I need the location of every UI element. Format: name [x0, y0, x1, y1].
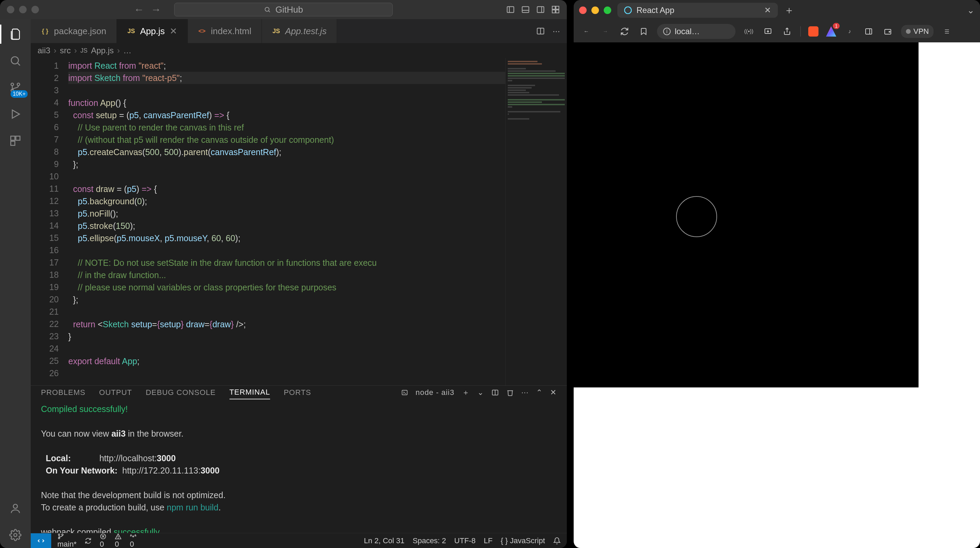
kill-terminal-icon[interactable] — [506, 389, 514, 396]
status-left: main* 0 0 0 — [51, 533, 143, 548]
status-spaces[interactable]: Spaces: 2 — [412, 536, 446, 545]
activity-source-control[interactable]: 10K+ — [7, 79, 24, 96]
status-errors[interactable]: 0 — [100, 533, 107, 548]
terminal-task-label[interactable]: node - aii3 — [415, 388, 455, 397]
media-icon[interactable]: ♪ — [844, 25, 855, 37]
status-branch[interactable]: main* — [57, 533, 76, 548]
traffic-close[interactable] — [7, 6, 14, 13]
hamburger-menu-icon[interactable]: ☰ — [941, 25, 953, 37]
minimap[interactable] — [505, 58, 567, 386]
brave-shields-icon[interactable] — [808, 26, 818, 37]
tab-label: package.json — [54, 26, 106, 37]
brave-rewards-icon[interactable]: 1 — [826, 26, 836, 37]
svg-point-22 — [14, 534, 17, 537]
nav-forward-icon[interactable]: → — [151, 4, 161, 15]
code-content[interactable]: import React from "react";import Sketch … — [68, 58, 567, 386]
panel-tab-problems[interactable]: PROBLEMS — [41, 386, 85, 399]
panel-tab-terminal[interactable]: TERMINAL — [229, 386, 270, 399]
activity-run-debug[interactable] — [7, 106, 24, 122]
activity-extensions[interactable] — [7, 132, 24, 149]
install-app-icon[interactable] — [762, 25, 774, 37]
svg-rect-10 — [552, 10, 555, 13]
remote-indicator[interactable] — [31, 533, 51, 548]
notifications-icon[interactable] — [553, 537, 561, 545]
layout-sidebar-right-icon[interactable] — [536, 5, 545, 14]
editor-tab[interactable]: <>index.html — [188, 19, 262, 43]
activity-explorer[interactable] — [7, 26, 24, 42]
site-info-icon[interactable]: i — [663, 28, 671, 35]
bookmark-icon[interactable] — [638, 25, 649, 37]
activity-search[interactable] — [7, 53, 24, 69]
url-bar[interactable]: i local… — [657, 24, 735, 39]
status-ports[interactable]: 0 — [130, 533, 137, 548]
traffic-max[interactable] — [32, 6, 39, 13]
breadcrumb-segment[interactable]: src — [60, 46, 71, 55]
status-warnings[interactable]: 0 — [115, 533, 122, 548]
panel-tab-debug-console[interactable]: DEBUG CONSOLE — [146, 386, 216, 399]
js-file-icon: JS — [272, 27, 280, 35]
layout-panel-bottom-icon[interactable] — [521, 5, 530, 14]
panel-more-icon[interactable]: ··· — [522, 388, 528, 397]
status-cursor[interactable]: Ln 2, Col 31 — [364, 536, 405, 545]
traffic-close[interactable] — [579, 6, 587, 14]
editor-tab[interactable]: JSApp.test.js — [262, 19, 337, 43]
traffic-max[interactable] — [604, 6, 611, 14]
svg-rect-19 — [16, 136, 20, 140]
react-icon — [624, 6, 632, 14]
breadcrumb-segment[interactable]: … — [123, 46, 132, 55]
svg-point-31 — [62, 534, 63, 535]
new-tab-button[interactable]: ＋ — [784, 3, 794, 18]
p5-canvas[interactable] — [574, 42, 918, 387]
status-right: Ln 2, Col 31 Spaces: 2 UTF-8 LF { } Java… — [358, 536, 567, 545]
activity-settings[interactable] — [7, 527, 24, 543]
status-eol[interactable]: LF — [484, 536, 493, 545]
split-terminal-icon[interactable] — [492, 389, 499, 396]
reload-icon[interactable] — [619, 25, 630, 37]
close-tab-icon[interactable]: ✕ — [764, 5, 771, 15]
live-reload-icon[interactable]: ((•)) — [743, 25, 755, 37]
terminal-dropdown-icon[interactable]: ⌄ — [477, 388, 484, 397]
sync-icon[interactable] — [85, 537, 92, 544]
layout-sidebar-left-icon[interactable] — [506, 5, 515, 14]
share-icon[interactable] — [781, 25, 793, 37]
editor-tab[interactable]: { }package.json — [31, 19, 117, 43]
activity-accounts[interactable] — [7, 500, 24, 516]
status-encoding[interactable]: UTF-8 — [454, 536, 475, 545]
traffic-min[interactable] — [592, 6, 599, 14]
editor-tab[interactable]: JSApp.js✕ — [117, 19, 188, 43]
status-lang[interactable]: { } JavaScript — [501, 536, 545, 545]
svg-point-16 — [17, 83, 20, 86]
files-icon — [9, 28, 22, 40]
browser-tab[interactable]: React App ✕ — [617, 3, 778, 18]
wallet-icon[interactable] — [882, 25, 894, 37]
breadcrumb-segment[interactable]: App.js — [91, 46, 114, 55]
breadcrumb-segment[interactable]: aii3 — [38, 46, 50, 55]
vpn-button[interactable]: VPN — [901, 25, 934, 38]
nav-back-icon[interactable]: ← — [134, 4, 144, 15]
panel-tab-output[interactable]: OUTPUT — [99, 386, 132, 399]
traffic-min[interactable] — [19, 6, 27, 13]
nav-back-icon[interactable]: ← — [581, 25, 592, 37]
command-center[interactable]: GitHub — [174, 3, 393, 16]
panel-actions: node - aii3 ＋ ⌄ ··· ⌃ ✕ — [401, 387, 557, 398]
layout-customize-icon[interactable] — [551, 5, 560, 14]
nav-forward-icon[interactable]: → — [600, 25, 611, 37]
toolbar-divider — [800, 26, 801, 37]
editor-area[interactable]: 1234567891011121314151617181920212223242… — [31, 58, 567, 386]
svg-line-1 — [268, 11, 270, 12]
bottom-panel: PROBLEMSOUTPUTDEBUG CONSOLETERMINALPORTS… — [31, 386, 567, 533]
panel-tab-ports[interactable]: PORTS — [284, 386, 311, 399]
breadcrumb[interactable]: aii3›src›JSApp.js›… — [31, 43, 567, 58]
close-panel-icon[interactable]: ✕ — [550, 388, 557, 397]
editor-tabs: { }package.jsonJSApp.js✕<>index.htmlJSAp… — [31, 19, 567, 43]
maximize-panel-icon[interactable]: ⌃ — [536, 388, 542, 397]
terminal-output[interactable]: Compiled successfully! You can now view … — [31, 399, 567, 548]
sidebar-icon[interactable] — [863, 25, 875, 37]
tab-overflow-icon[interactable]: ⌄ — [967, 5, 975, 16]
svg-point-12 — [11, 57, 18, 64]
split-editor-icon[interactable] — [536, 27, 545, 35]
more-actions-icon[interactable]: ··· — [552, 26, 560, 37]
terminal-task-icon — [401, 389, 408, 396]
new-terminal-icon[interactable]: ＋ — [462, 387, 470, 398]
close-tab-icon[interactable]: ✕ — [170, 26, 177, 37]
